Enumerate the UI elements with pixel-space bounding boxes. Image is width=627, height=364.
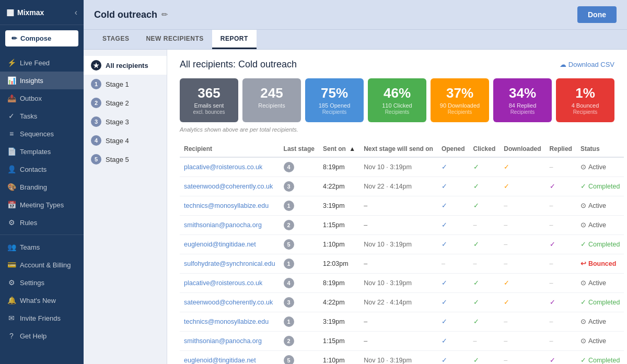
compose-icon: ✏ — [11, 34, 17, 42]
sidebar-item-settings[interactable]: ⚙ Settings — [0, 274, 84, 291]
table-row: technics@monosyllabize.edu 1 3:19pm – ✓ … — [180, 312, 624, 331]
panel-item-all[interactable]: ★ All recipients — [84, 56, 167, 75]
cell-sent-on: 1:10pm — [319, 234, 359, 254]
cell-next-stage: Nov 10 · 3:19pm — [359, 234, 437, 254]
check-orange-icon: ✓ — [504, 182, 509, 190]
panel-item-stage2[interactable]: 2 Stage 2 — [84, 93, 167, 112]
check-green-icon: ✓ — [473, 240, 479, 248]
sidebar-item-templates[interactable]: 📄 Templates — [0, 143, 84, 160]
check-blue-icon: ✓ — [442, 298, 447, 306]
cell-last-stage: 3 — [280, 292, 319, 312]
panel-item-stage3[interactable]: 3 Stage 3 — [84, 112, 167, 131]
cell-last-stage: 1 — [280, 312, 319, 331]
sidebar-item-contacts[interactable]: 👤 Contacts — [0, 160, 84, 178]
dash-icon: – — [504, 241, 507, 248]
cloud-download-icon: ☁ — [560, 61, 566, 68]
cell-clicked: – — [469, 215, 500, 234]
cell-status: ✓ Completed — [576, 350, 624, 364]
tasks-icon: ✓ — [7, 112, 16, 120]
cell-downloaded: ✓ — [500, 177, 545, 196]
bounce-icon: ↩ — [580, 260, 586, 267]
sidebar-item-sequences[interactable]: ≡ Sequences — [0, 125, 84, 143]
col-downloaded: Downloaded — [500, 141, 545, 157]
stat-clicked: 46% 110 Clicked Recipients — [368, 78, 426, 122]
cell-opened: – — [437, 254, 469, 273]
dash-icon: – — [473, 260, 477, 267]
cell-sent-on: 4:22pm — [319, 177, 359, 196]
cell-recipient: technics@monosyllabize.edu — [180, 196, 280, 215]
cell-last-stage: 4 — [280, 273, 319, 292]
cell-recipient: placative@roisterous.co.uk — [180, 273, 280, 292]
sidebar-item-meeting-types[interactable]: 📅 Meeting Types — [0, 196, 84, 214]
whats-new-icon: 🔔 — [7, 296, 16, 304]
sidebar-item-invite-friends[interactable]: ✉ Invite Friends — [0, 309, 84, 327]
cell-downloaded: – — [500, 215, 545, 234]
branding-icon: 🎨 — [7, 183, 16, 191]
sidebar-item-teams[interactable]: 👥 Teams — [0, 238, 84, 256]
cell-last-stage: 5 — [280, 234, 319, 254]
cell-sent-on: 12:03pm — [319, 254, 359, 273]
sidebar-item-tasks[interactable]: ✓ Tasks — [0, 107, 84, 125]
status-active: ⊙ Active — [580, 318, 620, 325]
analytics-note: Analytics shown above are per total reci… — [180, 126, 614, 133]
cell-next-stage: – — [359, 331, 437, 350]
panel-item-stage5[interactable]: 5 Stage 5 — [84, 150, 167, 169]
circle-icon: ⊙ — [580, 221, 586, 229]
stage-number-badge: 1 — [284, 259, 294, 269]
check-purple-icon: ✓ — [550, 356, 555, 364]
sidebar-item-insights[interactable]: 📊 Insights — [0, 72, 84, 89]
cell-opened: ✓ — [437, 312, 469, 331]
download-csv-link[interactable]: ☁ Download CSV — [560, 61, 614, 68]
page-title: Cold outreach — [94, 9, 157, 20]
stage3-badge: 3 — [91, 116, 101, 127]
cell-clicked: ✓ — [469, 273, 500, 292]
cell-last-stage: 1 — [280, 196, 319, 215]
table-row: euglenoid@tingitidae.net 5 1:10pm Nov 10… — [180, 350, 624, 364]
dash-icon: – — [550, 337, 553, 345]
panel-item-stage1[interactable]: 1 Stage 1 — [84, 75, 167, 93]
check-orange-icon: ✓ — [504, 279, 509, 287]
cell-sent-on: 4:22pm — [319, 292, 359, 312]
cell-opened: ✓ — [437, 331, 469, 350]
report-header: All recipients: Cold outreach ☁ Download… — [180, 59, 614, 70]
done-button[interactable]: Done — [577, 6, 617, 23]
edit-icon[interactable]: ✏ — [161, 10, 168, 19]
check-orange-icon: ✓ — [504, 298, 509, 306]
stat-emails-sent: 365 Emails sent excl. bounces — [180, 78, 238, 122]
cell-last-stage: 4 — [280, 157, 319, 177]
sidebar-item-account-billing[interactable]: 💳 Account & Billing — [0, 256, 84, 274]
table-row: smithsonian@panocha.org 2 1:15pm – ✓ – –… — [180, 215, 624, 234]
cell-downloaded: ✓ — [500, 157, 545, 177]
cell-recipient: sateenwood@coherently.co.uk — [180, 292, 280, 312]
sidebar-item-live-feed[interactable]: ⚡ Live Feed — [0, 54, 84, 72]
tab-report[interactable]: Report — [212, 30, 257, 49]
check-blue-icon: ✓ — [442, 163, 447, 171]
cell-clicked: ✓ — [469, 312, 500, 331]
cell-next-stage: Nov 10 · 3:19pm — [359, 157, 437, 177]
cell-recipient: euglenoid@tingitidae.net — [180, 350, 280, 364]
sidebar-item-outbox[interactable]: 📤 Outbox — [0, 89, 84, 107]
check-green-icon: ✓ — [473, 356, 479, 364]
stat-bounced: 1% 4 Bounced Recipients — [556, 78, 614, 122]
tab-new-recipients[interactable]: New Recipients — [137, 30, 212, 49]
content-area: ★ All recipients 1 Stage 1 2 Stage 2 3 S… — [84, 50, 627, 364]
stage-number-badge: 1 — [284, 201, 294, 211]
sidebar-item-rules[interactable]: ⚙ Rules — [0, 214, 84, 231]
sidebar-item-whats-new[interactable]: 🔔 What's New — [0, 291, 84, 309]
col-sent-on[interactable]: Sent on ▲ — [319, 141, 359, 157]
collapse-icon[interactable]: ‹ — [75, 8, 77, 17]
sidebar-item-get-help[interactable]: ? Get Help — [0, 327, 84, 345]
cell-clicked: ✓ — [469, 234, 500, 254]
cell-replied: ✓ — [545, 234, 576, 254]
sidebar-item-branding[interactable]: 🎨 Branding — [0, 178, 84, 196]
panel-item-stage4[interactable]: 4 Stage 4 — [84, 131, 167, 150]
tab-stages[interactable]: Stages — [94, 30, 137, 49]
report-title: All recipients: Cold outreach — [180, 59, 297, 70]
cell-downloaded: ✓ — [500, 273, 545, 292]
cell-recipient: placative@roisterous.co.uk — [180, 157, 280, 177]
check-purple-icon: ✓ — [550, 298, 555, 306]
cell-downloaded: – — [500, 350, 545, 364]
stat-recipients: 245 Recipients — [242, 78, 301, 122]
compose-button[interactable]: ✏ Compose — [5, 30, 78, 46]
cell-replied: – — [545, 331, 576, 350]
